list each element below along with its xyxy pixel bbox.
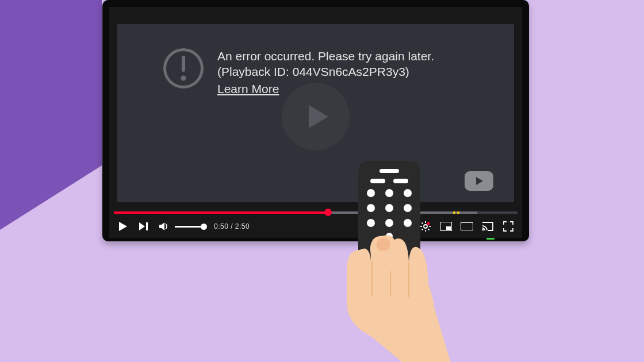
- svg-point-1: [181, 76, 186, 81]
- error-line1: An error occurred. Please try again late…: [217, 48, 434, 64]
- progress-played: [114, 211, 328, 214]
- hand-illustration: [319, 215, 469, 362]
- volume-button[interactable]: [154, 216, 175, 237]
- svg-marker-5: [139, 222, 145, 230]
- svg-marker-3: [476, 177, 483, 185]
- big-play-button[interactable]: [282, 83, 350, 151]
- volume-slider[interactable]: [175, 226, 205, 228]
- svg-marker-2: [309, 105, 328, 128]
- hand-with-remote: [319, 161, 469, 362]
- svg-marker-7: [159, 222, 164, 230]
- error-line2: (Playback ID: 044VSn6cAs2PR3y3): [217, 64, 434, 79]
- fullscreen-button[interactable]: [498, 216, 519, 237]
- svg-marker-4: [119, 222, 127, 231]
- play-button[interactable]: [113, 216, 133, 237]
- time-display: 0:50 / 2:50: [214, 222, 250, 230]
- learn-more-link[interactable]: Learn More: [217, 81, 279, 97]
- svg-point-27: [482, 229, 484, 231]
- svg-rect-6: [146, 222, 148, 230]
- cast-button[interactable]: [477, 216, 498, 237]
- next-button[interactable]: [133, 216, 154, 237]
- youtube-logo-badge[interactable]: [465, 171, 493, 191]
- background-accent: [0, 0, 102, 230]
- svg-rect-0: [182, 56, 185, 72]
- tv-power-led: [486, 238, 494, 240]
- error-icon: [163, 48, 204, 88]
